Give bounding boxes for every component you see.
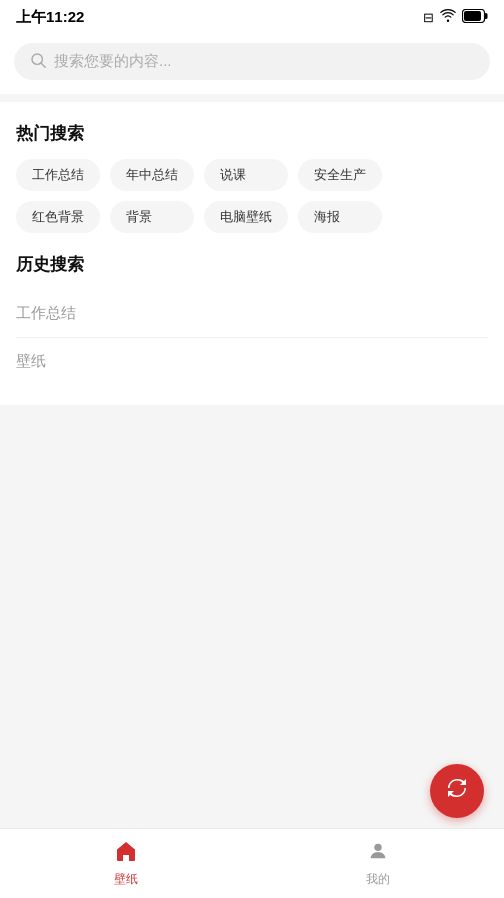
svg-rect-2 xyxy=(464,11,481,21)
status-bar: 上午11:22 ⊟ xyxy=(0,0,504,33)
hot-tag-item[interactable]: 说课 xyxy=(204,159,288,191)
search-bar[interactable]: 搜索您要的内容... xyxy=(14,43,490,80)
history-search-title: 历史搜索 xyxy=(16,253,488,276)
hot-search-tags: 工作总结年中总结说课安全生产红色背景背景电脑壁纸海报 xyxy=(16,159,488,233)
home-icon xyxy=(114,840,138,868)
hot-search-section: 热门搜索 工作总结年中总结说课安全生产红色背景背景电脑壁纸海报 xyxy=(16,122,488,233)
svg-line-4 xyxy=(41,63,45,67)
status-time: 上午11:22 xyxy=(16,8,84,27)
battery-icon: ⊟ xyxy=(423,10,434,25)
bottom-nav: 壁纸 我的 xyxy=(0,828,504,898)
nav-item-mine[interactable]: 我的 xyxy=(252,840,504,888)
hot-tag-item[interactable]: 年中总结 xyxy=(110,159,194,191)
hot-tag-item[interactable]: 工作总结 xyxy=(16,159,100,191)
history-list: 工作总结壁纸 xyxy=(16,290,488,385)
hot-tag-item[interactable]: 安全生产 xyxy=(298,159,382,191)
history-item[interactable]: 工作总结 xyxy=(16,290,488,338)
status-icons: ⊟ xyxy=(423,9,488,26)
refresh-icon xyxy=(445,776,469,806)
wifi-icon xyxy=(440,9,456,26)
svg-point-5 xyxy=(374,843,381,850)
refresh-fab-button[interactable] xyxy=(430,764,484,818)
hot-search-title: 热门搜索 xyxy=(16,122,488,145)
nav-label-wallpaper: 壁纸 xyxy=(114,871,138,888)
search-icon xyxy=(30,52,46,71)
search-placeholder-text: 搜索您要的内容... xyxy=(54,52,172,71)
hot-tag-item[interactable]: 海报 xyxy=(298,201,382,233)
nav-label-mine: 我的 xyxy=(366,871,390,888)
history-item[interactable]: 壁纸 xyxy=(16,338,488,385)
hot-tag-item[interactable]: 红色背景 xyxy=(16,201,100,233)
hot-tag-item[interactable]: 背景 xyxy=(110,201,194,233)
hot-tag-item[interactable]: 电脑壁纸 xyxy=(204,201,288,233)
person-icon xyxy=(367,840,389,868)
battery-level-icon xyxy=(462,9,488,26)
history-search-section: 历史搜索 工作总结壁纸 xyxy=(16,253,488,385)
main-content: 热门搜索 工作总结年中总结说课安全生产红色背景背景电脑壁纸海报 历史搜索 工作总… xyxy=(0,102,504,405)
svg-rect-1 xyxy=(485,13,488,19)
nav-item-wallpaper[interactable]: 壁纸 xyxy=(0,840,252,888)
search-container: 搜索您要的内容... xyxy=(0,33,504,94)
